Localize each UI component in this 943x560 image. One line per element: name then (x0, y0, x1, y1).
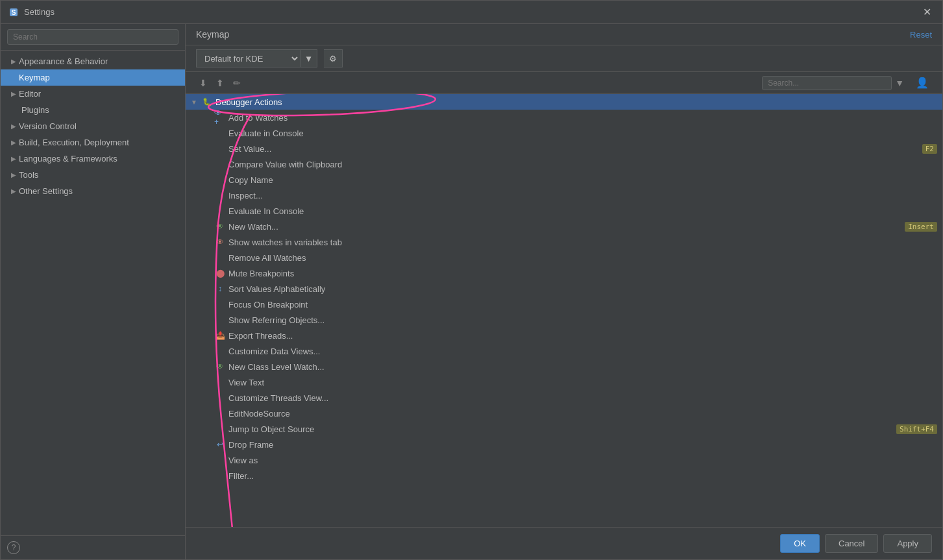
tree-item-remove-watches[interactable]: Remove All Watches (186, 250, 942, 265)
tree-item-set-value[interactable]: Set Value... F2 (186, 141, 942, 156)
ok-button[interactable]: OK (780, 534, 820, 553)
spacer-icon (214, 174, 226, 186)
sidebar-search-container (1, 24, 185, 51)
class-watch-icon: 👁 (214, 361, 226, 372)
chevron-right-icon: ▶ (11, 90, 16, 97)
tree-item-label: Copy Name (228, 175, 937, 185)
apply-button[interactable]: Apply (883, 534, 932, 553)
tree-item-label: Debugger Actions (215, 97, 937, 107)
sidebar-item-plugins[interactable]: Plugins (1, 102, 185, 118)
tree-item-drop-frame[interactable]: ↩ Drop Frame (186, 437, 942, 452)
search-down-icon[interactable]: ▼ (892, 76, 907, 90)
tree-item-show-referring[interactable]: Show Referring Objects... (186, 312, 942, 328)
new-watch-icon: 👁 (214, 221, 226, 232)
help-button[interactable]: ? (7, 541, 20, 554)
tree-item-compare-clipboard[interactable]: Compare Value with Clipboard (186, 156, 942, 172)
tree-item-label: Evaluate in Console (228, 128, 937, 138)
sidebar-bottom: ? (1, 535, 185, 559)
tree-item-label: Sort Values Alphabetically (228, 284, 937, 294)
tree-item-label: Add to Watches (228, 113, 937, 123)
sidebar-item-label: Appearance & Behavior (19, 56, 108, 66)
tree-item-debugger-actions[interactable]: ▼ 🐛 Debugger Actions (186, 94, 942, 110)
tree-item-sort-values[interactable]: ↕ Sort Values Alphabetically (186, 281, 942, 297)
close-button[interactable]: ✕ (919, 5, 935, 20)
keymap-tree-container[interactable]: ▼ 🐛 Debugger Actions 👁+ Add to Watches (186, 94, 942, 527)
keymap-toolbar: Default for KDE ▼ ⚙ (186, 45, 942, 72)
spacer-icon (214, 158, 226, 170)
mute-breakpoints-icon: ⬤ (214, 267, 226, 279)
sidebar-item-tools[interactable]: ▶ Tools (1, 167, 185, 183)
tree-item-label: Mute Breakpoints (228, 269, 937, 278)
spacer-icon (214, 408, 226, 419)
sidebar-items-list: ▶ Appearance & Behavior Keymap ▶ Editor … (1, 51, 185, 535)
tree-item-label: EditNodeSource (228, 409, 937, 419)
cancel-button[interactable]: Cancel (825, 534, 878, 553)
reset-button[interactable]: Reset (910, 30, 932, 40)
tree-item-label: View Text (228, 378, 937, 387)
tree-item-export-threads[interactable]: 📤 Export Threads... (186, 328, 942, 343)
sidebar-item-editor[interactable]: ▶ Editor (1, 86, 185, 102)
tree-item-label: Evaluate In Console (228, 206, 937, 216)
spacer-icon (214, 252, 226, 263)
tree-item-evaluate-in-console2[interactable]: Evaluate In Console (186, 203, 942, 219)
sidebar-item-appearance[interactable]: ▶ Appearance & Behavior (1, 53, 185, 69)
sidebar-item-version-control[interactable]: ▶ Version Control + (1, 118, 185, 134)
dropdown-arrow-button[interactable]: ▼ (300, 49, 317, 67)
tree-item-new-class-watch[interactable]: 👁 New Class Level Watch... (186, 359, 942, 374)
tree-item-inspect[interactable]: Inspect... (186, 188, 942, 203)
tree-item-show-watches-var[interactable]: 👁 Show watches in variables tab (186, 234, 942, 250)
chevron-right-icon: ▶ (11, 58, 16, 65)
sidebar-item-languages[interactable]: ▶ Languages & Frameworks (1, 151, 185, 167)
sidebar-item-build[interactable]: ▶ Build, Execution, Deployment (1, 134, 185, 151)
tree-item-label: Filter... (228, 471, 937, 481)
tree-item-label: Jump to Object Source (228, 424, 896, 434)
spacer-icon (214, 298, 226, 310)
sidebar-item-label: Keymap (19, 73, 50, 82)
tree-item-copy-name[interactable]: Copy Name (186, 172, 942, 188)
tree-item-evaluate-console[interactable]: Evaluate in Console (186, 125, 942, 141)
spacer-icon (214, 376, 226, 388)
actions-bar: ⬇ ⬆ ✏ ▼ 👤 (186, 72, 942, 94)
keymap-search-input[interactable] (762, 76, 892, 90)
sidebar-search-input[interactable] (7, 29, 178, 45)
spacer-icon (214, 454, 226, 466)
tree-item-filter[interactable]: Filter... (186, 468, 942, 483)
shortcut-badge: F2 (922, 144, 937, 154)
svg-text:S: S (12, 9, 16, 16)
drop-frame-icon: ↩ (214, 439, 226, 450)
sidebar-item-keymap[interactable]: Keymap (1, 69, 185, 86)
sidebar-item-label: Editor (19, 89, 41, 99)
chevron-right-icon: ▶ (11, 188, 16, 195)
spacer-icon (214, 127, 226, 139)
gear-settings-button[interactable]: ⚙ (324, 49, 343, 67)
tree-item-mute-breakpoints[interactable]: ⬤ Mute Breakpoints (186, 265, 942, 281)
chevron-right-icon: ▶ (11, 123, 16, 130)
edit-icon: ✏ (233, 78, 241, 88)
keymap-header: Keymap Reset (186, 24, 942, 45)
tree-item-view-as[interactable]: View as (186, 452, 942, 468)
tree-item-customize-data[interactable]: Customize Data Views... (186, 343, 942, 359)
tree-item-add-watches[interactable]: 👁+ Add to Watches (186, 110, 942, 125)
user-icon-button[interactable]: 👤 (912, 75, 932, 91)
tree-item-customize-threads[interactable]: Customize Threads View... (186, 390, 942, 406)
collapse-all-button[interactable]: ⬆ (213, 76, 227, 90)
chevron-right-icon: ▶ (11, 155, 16, 162)
tree-item-focus-breakpoint[interactable]: Focus On Breakpoint (186, 297, 942, 312)
settings-window: S Settings ✕ ▶ Appearance & Behavior Key… (0, 0, 943, 560)
spacer-icon (214, 392, 226, 404)
tree-item-edit-node-source[interactable]: EditNodeSource (186, 406, 942, 421)
expand-all-button[interactable]: ⬇ (196, 76, 210, 90)
spacer-icon (214, 189, 226, 201)
edit-button[interactable]: ✏ (230, 76, 244, 90)
tree-item-jump-object-source[interactable]: Jump to Object Source Shift+F4 (186, 421, 942, 437)
spacer-icon (214, 205, 226, 217)
keymap-search-container: ▼ (762, 76, 907, 90)
tree-item-view-text[interactable]: View Text (186, 374, 942, 390)
spacer-icon (214, 423, 226, 435)
tree-item-new-watch[interactable]: 👁 New Watch... Insert (186, 219, 942, 234)
gear-icon: ⚙ (329, 54, 337, 64)
sidebar-item-other[interactable]: ▶ Other Settings + (1, 183, 185, 199)
sidebar-item-label: Tools (19, 170, 38, 180)
keymap-scheme-select[interactable]: Default for KDE (196, 49, 300, 67)
spacer-icon (214, 470, 226, 481)
